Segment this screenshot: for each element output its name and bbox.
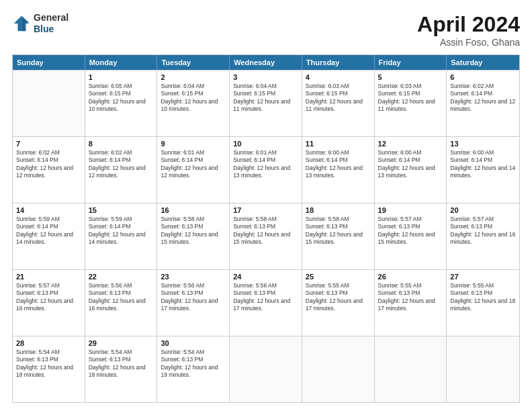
cell-info-2-0: Sunrise: 5:59 AM Sunset: 6:14 PM Dayligh… [16,216,81,246]
day-number-4: 4 [306,73,371,81]
day-number-1: 1 [89,73,154,81]
calendar-cell-1-4: 11Sunrise: 6:00 AM Sunset: 6:14 PM Dayli… [302,137,375,203]
calendar-cell-0-4: 4Sunrise: 6:03 AM Sunset: 6:15 PM Daylig… [302,71,375,136]
cell-info-1-0: Sunrise: 6:02 AM Sunset: 6:14 PM Dayligh… [16,149,81,180]
calendar-cell-4-0: 28Sunrise: 5:54 AM Sunset: 6:13 PM Dayli… [13,336,85,402]
day-number-19: 19 [378,206,443,214]
calendar-cell-2-1: 15Sunrise: 5:59 AM Sunset: 6:14 PM Dayli… [85,203,158,269]
day-number-12: 12 [378,140,443,148]
day-number-17: 17 [233,206,298,214]
weekday-thursday: Thursday [302,55,375,70]
calendar-cell-0-0 [13,71,85,136]
weekday-sunday: Sunday [13,55,85,70]
calendar-cell-3-0: 21Sunrise: 5:57 AM Sunset: 6:13 PM Dayli… [13,270,85,336]
header: General Blue April 2024 Assin Foso, Ghan… [12,12,520,48]
cell-info-1-2: Sunrise: 6:01 AM Sunset: 6:14 PM Dayligh… [161,149,226,180]
weekday-monday: Monday [85,55,158,70]
weekday-wednesday: Wednesday [230,55,302,70]
calendar-row-1: 7Sunrise: 6:02 AM Sunset: 6:14 PM Daylig… [13,136,519,203]
calendar-row-4: 28Sunrise: 5:54 AM Sunset: 6:13 PM Dayli… [13,336,519,402]
calendar-cell-1-2: 9Sunrise: 6:01 AM Sunset: 6:14 PM Daylig… [157,137,230,203]
day-number-29: 29 [89,339,154,347]
day-number-11: 11 [306,140,371,148]
cell-info-0-4: Sunrise: 6:03 AM Sunset: 6:15 PM Dayligh… [306,83,371,113]
calendar-cell-2-4: 18Sunrise: 5:58 AM Sunset: 6:13 PM Dayli… [302,203,375,269]
calendar-cell-3-6: 27Sunrise: 5:55 AM Sunset: 6:13 PM Dayli… [447,270,519,336]
calendar-cell-4-2: 30Sunrise: 5:54 AM Sunset: 6:13 PM Dayli… [157,336,230,402]
day-number-18: 18 [306,206,371,214]
day-number-14: 14 [16,206,81,214]
calendar-cell-0-1: 1Sunrise: 6:05 AM Sunset: 6:15 PM Daylig… [85,71,158,136]
day-number-7: 7 [16,140,81,148]
calendar-cell-1-5: 12Sunrise: 6:00 AM Sunset: 6:14 PM Dayli… [375,137,447,203]
day-number-27: 27 [450,273,516,281]
calendar: Sunday Monday Tuesday Wednesday Thursday… [12,54,520,403]
calendar-row-2: 14Sunrise: 5:59 AM Sunset: 6:14 PM Dayli… [13,203,519,269]
cell-info-3-0: Sunrise: 5:57 AM Sunset: 6:13 PM Dayligh… [16,282,81,313]
cell-info-4-0: Sunrise: 5:54 AM Sunset: 6:13 PM Dayligh… [16,349,81,379]
calendar-row-0: 1Sunrise: 6:05 AM Sunset: 6:15 PM Daylig… [13,70,519,136]
title-month: April 2024 [417,12,520,37]
day-number-21: 21 [16,273,81,281]
calendar-cell-4-4 [302,336,375,402]
calendar-cell-0-5: 5Sunrise: 6:03 AM Sunset: 6:15 PM Daylig… [375,71,447,136]
calendar-body: 1Sunrise: 6:05 AM Sunset: 6:15 PM Daylig… [13,70,519,402]
day-number-2: 2 [161,73,226,81]
day-number-13: 13 [450,140,516,148]
day-number-25: 25 [306,273,371,281]
cell-info-3-1: Sunrise: 5:56 AM Sunset: 6:13 PM Dayligh… [89,282,154,313]
cell-info-1-1: Sunrise: 6:02 AM Sunset: 6:14 PM Dayligh… [89,149,154,180]
calendar-cell-4-1: 29Sunrise: 5:54 AM Sunset: 6:13 PM Dayli… [85,336,158,402]
weekday-tuesday: Tuesday [157,55,230,70]
day-number-23: 23 [161,273,226,281]
cell-info-0-1: Sunrise: 6:05 AM Sunset: 6:15 PM Dayligh… [89,83,154,113]
cell-info-2-1: Sunrise: 5:59 AM Sunset: 6:14 PM Dayligh… [89,216,154,246]
cell-info-0-6: Sunrise: 6:02 AM Sunset: 6:14 PM Dayligh… [450,83,516,113]
calendar-cell-2-5: 19Sunrise: 5:57 AM Sunset: 6:13 PM Dayli… [375,203,447,269]
cell-info-2-5: Sunrise: 5:57 AM Sunset: 6:13 PM Dayligh… [378,216,443,246]
cell-info-0-3: Sunrise: 6:04 AM Sunset: 6:15 PM Dayligh… [233,83,298,113]
calendar-cell-0-3: 3Sunrise: 6:04 AM Sunset: 6:15 PM Daylig… [230,71,302,136]
calendar-cell-4-3 [230,336,302,402]
calendar-cell-4-6 [447,336,519,402]
calendar-header: Sunday Monday Tuesday Wednesday Thursday… [13,55,519,70]
day-number-3: 3 [233,73,298,81]
cell-info-0-5: Sunrise: 6:03 AM Sunset: 6:15 PM Dayligh… [378,83,443,113]
day-number-8: 8 [89,140,154,148]
calendar-cell-4-5 [375,336,447,402]
cell-info-3-6: Sunrise: 5:55 AM Sunset: 6:13 PM Dayligh… [450,282,516,313]
calendar-cell-2-0: 14Sunrise: 5:59 AM Sunset: 6:14 PM Dayli… [13,203,85,269]
cell-info-1-6: Sunrise: 6:00 AM Sunset: 6:14 PM Dayligh… [450,149,516,180]
title-block: April 2024 Assin Foso, Ghana [417,12,520,48]
cell-info-2-6: Sunrise: 5:57 AM Sunset: 6:13 PM Dayligh… [450,216,516,246]
calendar-cell-0-2: 2Sunrise: 6:04 AM Sunset: 6:15 PM Daylig… [157,71,230,136]
calendar-cell-1-1: 8Sunrise: 6:02 AM Sunset: 6:14 PM Daylig… [85,137,158,203]
calendar-cell-2-3: 17Sunrise: 5:58 AM Sunset: 6:13 PM Dayli… [230,203,302,269]
calendar-cell-1-0: 7Sunrise: 6:02 AM Sunset: 6:14 PM Daylig… [13,137,85,203]
calendar-cell-3-1: 22Sunrise: 5:56 AM Sunset: 6:13 PM Dayli… [85,270,158,336]
day-number-5: 5 [378,73,443,81]
weekday-saturday: Saturday [447,55,519,70]
cell-info-2-4: Sunrise: 5:58 AM Sunset: 6:13 PM Dayligh… [306,216,371,246]
calendar-cell-2-2: 16Sunrise: 5:58 AM Sunset: 6:13 PM Dayli… [157,203,230,269]
cell-info-1-4: Sunrise: 6:00 AM Sunset: 6:14 PM Dayligh… [306,149,371,180]
cell-info-2-3: Sunrise: 5:58 AM Sunset: 6:13 PM Dayligh… [233,216,298,246]
calendar-cell-3-5: 26Sunrise: 5:55 AM Sunset: 6:13 PM Dayli… [375,270,447,336]
calendar-cell-1-3: 10Sunrise: 6:01 AM Sunset: 6:14 PM Dayli… [230,137,302,203]
day-number-15: 15 [89,206,154,214]
logo-blue-text: Blue [34,24,69,35]
day-number-30: 30 [161,339,226,347]
title-location: Assin Foso, Ghana [417,37,520,48]
logo-general-text: General [34,12,69,24]
day-number-24: 24 [233,273,298,281]
day-number-9: 9 [161,140,226,148]
page: General Blue April 2024 Assin Foso, Ghan… [0,0,532,411]
calendar-cell-3-2: 23Sunrise: 5:56 AM Sunset: 6:13 PM Dayli… [157,270,230,336]
logo-icon [12,14,31,33]
day-number-16: 16 [161,206,226,214]
calendar-cell-3-4: 25Sunrise: 5:55 AM Sunset: 6:13 PM Dayli… [302,270,375,336]
svg-marker-0 [14,16,29,31]
day-number-20: 20 [450,206,516,214]
cell-info-4-1: Sunrise: 5:54 AM Sunset: 6:13 PM Dayligh… [89,349,154,379]
day-number-28: 28 [16,339,81,347]
